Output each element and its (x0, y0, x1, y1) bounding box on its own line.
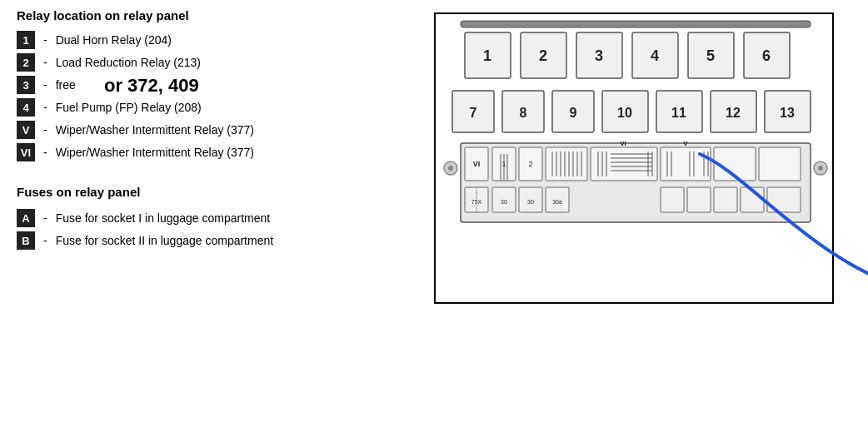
fuse-section: Fuses on relay panel A - Fuse for socket… (17, 185, 400, 254)
relay-badge-V: V (17, 121, 35, 139)
relay-item-2: 2 - Load Reduction Relay (213) (17, 53, 400, 72)
svg-text:5: 5 (706, 47, 715, 64)
svg-text:30: 30 (501, 199, 507, 205)
relay-item-3: 3 - free (17, 76, 400, 94)
left-panel: Relay location on relay panel 1 - Dual H… (17, 8, 400, 414)
svg-text:13: 13 (780, 106, 795, 120)
fuse-item-B: B - Fuse for socket II in luggage compar… (17, 231, 400, 250)
svg-text:V: V (683, 140, 688, 147)
svg-text:12: 12 (726, 106, 741, 120)
svg-text:VI: VI (473, 160, 481, 168)
relay-badge-1: 1 (17, 31, 35, 49)
svg-text:3: 3 (595, 47, 603, 64)
svg-text:11: 11 (671, 106, 686, 120)
relay-label-VI: Wiper/Washer Intermittent Relay (377) (56, 146, 254, 159)
svg-text:VI: VI (620, 140, 626, 147)
relay-item-1: 1 - Dual Horn Relay (204) (17, 31, 400, 49)
fuse-section-title: Fuses on relay panel (17, 185, 400, 199)
fuse-label-B: Fuse for socket II in luggage compartmen… (56, 234, 273, 247)
fuse-badge-B: B (17, 231, 35, 250)
svg-rect-81 (661, 187, 684, 212)
svg-rect-70 (714, 147, 756, 181)
svg-point-28 (448, 166, 453, 171)
svg-rect-0 (461, 21, 811, 27)
svg-rect-62 (661, 147, 711, 181)
svg-rect-50 (591, 147, 657, 181)
relay-label-4: Fuel Pump (FP) Relay (208) (56, 101, 202, 114)
relay-label-2: Load Reduction Relay (213) (56, 56, 201, 69)
diagram-svg: 1 2 3 4 5 6 7 (436, 14, 834, 304)
right-panel: 1 2 3 4 5 6 7 (417, 8, 851, 414)
relay-item-VI: VI - Wiper/Washer Intermittent Relay (37… (17, 143, 400, 161)
svg-rect-84 (741, 187, 764, 212)
svg-text:7: 7 (470, 106, 477, 120)
relay-panel-diagram: 1 2 3 4 5 6 7 (434, 12, 834, 304)
svg-text:9: 9 (570, 106, 577, 120)
svg-text:4: 4 (651, 47, 659, 64)
svg-text:30: 30 (527, 199, 534, 205)
svg-text:2: 2 (528, 160, 532, 168)
svg-text:2: 2 (539, 47, 547, 64)
relay-badge-2: 2 (17, 53, 35, 72)
svg-text:8: 8 (520, 106, 527, 120)
relay-badge-VI: VI (17, 143, 35, 161)
fuse-label-A: Fuse for socket I in luggage compartment (56, 211, 271, 225)
relay-list: 1 - Dual Horn Relay (204) 2 - Load Reduc… (17, 31, 400, 161)
svg-text:10: 10 (617, 106, 632, 120)
relay-label-V: Wiper/Washer Intermittent Relay (377) (56, 123, 254, 137)
svg-text:1: 1 (483, 47, 491, 64)
relay-item-V: V - Wiper/Washer Intermittent Relay (377… (17, 121, 400, 139)
svg-text:6: 6 (762, 47, 771, 64)
relay-label-3: free (56, 78, 76, 92)
svg-point-30 (818, 166, 823, 171)
svg-text:30a: 30a (552, 199, 562, 205)
svg-rect-71 (759, 147, 801, 181)
relay-badge-4: 4 (17, 98, 35, 117)
svg-rect-85 (767, 187, 801, 212)
relay-badge-3: 3 (17, 76, 35, 94)
svg-rect-82 (687, 187, 711, 212)
fuse-badge-A: A (17, 209, 35, 227)
relay-label-1: Dual Horn Relay (204) (56, 33, 172, 47)
fuse-item-A: A - Fuse for socket I in luggage compart… (17, 209, 400, 227)
relay-item-4: 4 - Fuel Pump (FP) Relay (208) or 372, 4… (17, 98, 400, 117)
or-label: or 372, 409 (104, 75, 199, 97)
relay-section-title: Relay location on relay panel (17, 8, 400, 22)
svg-rect-83 (714, 187, 737, 212)
